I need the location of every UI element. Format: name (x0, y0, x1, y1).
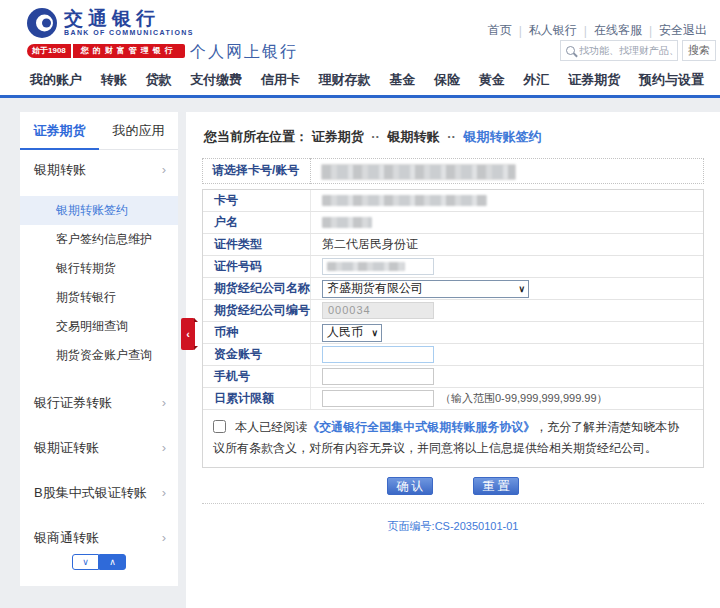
daily-limit-label: 日累计限额 (203, 388, 311, 409)
chevron-right-icon: › (162, 470, 166, 515)
nav-item-gold[interactable]: 黄金 (479, 71, 505, 89)
mobile-number-row: 手机号 (203, 366, 703, 388)
nav-item-wealth-deposits[interactable]: 理财存款 (319, 71, 371, 89)
sidebar-collapse-icon[interactable]: ‹ (181, 318, 195, 350)
breadcrumb-separator: ·· (443, 129, 460, 144)
masked-value (322, 217, 372, 228)
search-button[interactable]: 搜索 (682, 40, 716, 61)
sidebar-item-label: B股集中式银证转账 (34, 470, 147, 515)
futures-company-name-label: 期货经纪公司名称 (203, 278, 311, 299)
ribbon-year: 始于1908 (27, 44, 71, 58)
sidebar-subitem-futures-account-query[interactable]: 期货资金账户查询 (20, 341, 178, 370)
scroll-down-button[interactable]: ∨ (72, 554, 99, 570)
reset-button[interactable]: 重置 (473, 477, 519, 495)
sidebar-item-bank-securities-transfer[interactable]: 银行证券转账 › (20, 380, 178, 425)
ribbon-slogan: 您的财富管理银行 (73, 44, 185, 58)
card-number-label: 卡号 (203, 190, 311, 211)
daily-limit-input[interactable] (322, 390, 434, 407)
sidebar-item-label: 银行证券转账 (34, 380, 112, 425)
sidebar-subitem-bank-to-futures[interactable]: 银行转期货 (20, 254, 178, 283)
nav-item-forex[interactable]: 外汇 (523, 71, 549, 89)
nav-item-my-accounts[interactable]: 我的账户 (30, 71, 82, 89)
scroll-up-button[interactable]: ∧ (99, 554, 126, 570)
id-type-label: 证件类型 (203, 234, 311, 255)
sidebar-tab-my-apps[interactable]: 我的应用 (99, 112, 178, 150)
chevron-right-icon: › (162, 380, 166, 425)
breadcrumb-separator: ·· (367, 129, 384, 144)
currency-select[interactable]: 人民币 ∨ (322, 324, 382, 342)
bank-logo: 交通银行 BANK OF COMMUNICATIONS (26, 7, 194, 39)
sidebar-item-bank-futures-transfer[interactable]: 银期转账 › (20, 150, 178, 190)
sidebar-item-b-share-centralized-transfer[interactable]: B股集中式银证转账 › (20, 470, 178, 515)
agreement-link[interactable]: 《交通银行全国集中式银期转账服务协议》 (307, 420, 535, 434)
breadcrumb: 您当前所在位置： 证券期货 ·· 银期转账 ·· 银期转账签约 (186, 112, 720, 146)
header: 交通银行 BANK OF COMMUNICATIONS 始于1908 您的财富管… (0, 0, 720, 64)
sidebar-item-label: 银期转账 (34, 150, 86, 190)
chevron-right-icon: › (162, 150, 166, 190)
breadcrumb-prefix: 您当前所在位置： (204, 129, 308, 144)
card-select-label: 请选择卡号/账号 (203, 158, 311, 184)
search-input[interactable] (579, 45, 675, 56)
divider (202, 503, 704, 504)
mobile-number-input[interactable] (322, 368, 434, 385)
main-panel: ‹ 您当前所在位置： 证券期货 ·· 银期转账 ·· 银期转账签约 请选择卡号/… (186, 112, 720, 608)
id-type-row: 证件类型 第二代居民身份证 (203, 234, 703, 256)
futures-company-code-input: 000034 (322, 302, 434, 319)
breadcrumb-item: 银期转账 (388, 129, 440, 144)
chevron-down-icon: ∨ (518, 284, 525, 294)
link-online-service[interactable]: 在线客服 (587, 22, 649, 39)
futures-company-code-row: 期货经纪公司编号 000034 (203, 300, 703, 322)
futures-company-code-label: 期货经纪公司编号 (203, 300, 311, 321)
account-name-row: 户名 (203, 212, 703, 234)
funds-account-input[interactable] (322, 346, 434, 363)
id-number-field (322, 258, 434, 275)
nav-item-appointments-settings[interactable]: 预约与设置 (639, 71, 704, 89)
currency-label: 币种 (203, 322, 311, 343)
breadcrumb-item: 证券期货 (312, 129, 364, 144)
card-select-row: 请选择卡号/账号 (202, 158, 704, 184)
sidebar-subitem-futures-to-bank[interactable]: 期货转银行 (20, 283, 178, 312)
id-number-label: 证件号码 (203, 256, 311, 277)
sidebar-tab-securities-futures[interactable]: 证券期货 (20, 112, 99, 150)
id-number-row: 证件号码 (203, 256, 703, 278)
currency-selected-value: 人民币 (327, 324, 363, 341)
chevron-right-icon: › (162, 425, 166, 470)
search-box[interactable] (560, 40, 678, 61)
chevron-down-icon: ∨ (371, 328, 378, 338)
bank-name-en: BANK OF COMMUNICATIONS (64, 29, 194, 36)
nav-item-insurance[interactable]: 保险 (434, 71, 460, 89)
form-actions: 确认 重置 (202, 476, 704, 495)
futures-company-select[interactable]: 齐盛期货有限公司 ∨ (322, 280, 529, 298)
nav-item-funds[interactable]: 基金 (389, 71, 415, 89)
confirm-button[interactable]: 确认 (387, 477, 433, 495)
nav-item-loans[interactable]: 贷款 (145, 71, 171, 89)
sidebar-pager: ∨ ∧ (20, 554, 178, 570)
link-secure-logout[interactable]: 安全退出 (652, 22, 714, 39)
account-name-label: 户名 (203, 212, 311, 233)
nav-item-credit-card[interactable]: 信用卡 (261, 71, 300, 89)
sidebar-item-bank-futures-securities-transfer[interactable]: 银期证转账 › (20, 425, 178, 470)
sidebar-subitem-signup[interactable]: 银期转账签约 (20, 196, 178, 225)
sidebar-subitem-client-sign-info[interactable]: 客户签约信息维护 (20, 225, 178, 254)
card-select-field-masked-value[interactable] (321, 164, 516, 180)
nav-item-securities-futures[interactable]: 证券期货 (568, 71, 620, 89)
signup-form: 请选择卡号/账号 卡号 户名 证件类型 第二代居民身份证 证件号码 期货经纪公司… (202, 158, 704, 534)
nav-item-transfer[interactable]: 转账 (101, 71, 127, 89)
search-icon (566, 46, 575, 55)
primary-nav: 我的账户 转账 贷款 支付缴费 信用卡 理财存款 基金 保险 黄金 外汇 证券期… (0, 64, 720, 95)
breadcrumb-current: 银期转账签约 (463, 129, 541, 144)
nav-item-payments[interactable]: 支付缴费 (190, 71, 242, 89)
currency-row: 币种 人民币 ∨ (203, 322, 703, 344)
link-private-banking[interactable]: 私人银行 (522, 22, 584, 39)
page-code: 页面编号:CS-20350101-01 (202, 519, 704, 534)
sidebar-submenu: 银期转账签约 客户签约信息维护 银行转期货 期货转银行 交易明细查询 期货资金账… (20, 190, 178, 380)
agreement-checkbox[interactable] (213, 420, 226, 433)
portal-title: 个人网上银行 (190, 42, 298, 63)
form-table: 卡号 户名 证件类型 第二代居民身份证 证件号码 期货经纪公司名称 齐盛期货有限… (202, 189, 704, 468)
sidebar-subitem-transaction-details[interactable]: 交易明细查询 (20, 312, 178, 341)
link-home[interactable]: 首页 (481, 22, 519, 39)
id-type-value: 第二代居民身份证 (311, 236, 703, 253)
brand-ribbon: 始于1908 您的财富管理银行 (27, 44, 185, 58)
sidebar: 证券期货 我的应用 银期转账 › 银期转账签约 客户签约信息维护 银行转期货 期… (20, 112, 178, 586)
funds-account-label: 资金账号 (203, 344, 311, 365)
